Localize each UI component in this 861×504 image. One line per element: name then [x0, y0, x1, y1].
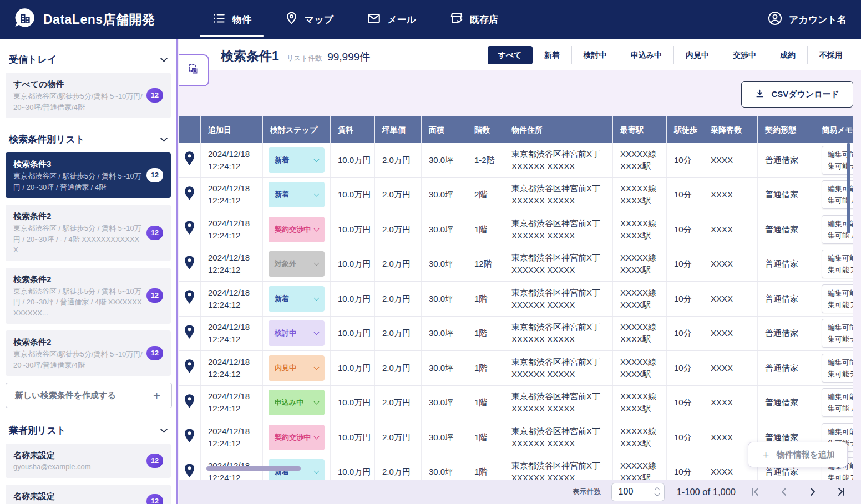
- count-badge: 12: [146, 288, 163, 303]
- status-label: 契約交渉中: [275, 223, 311, 236]
- per-page-input[interactable]: 100: [611, 483, 665, 501]
- filter-tab-considering[interactable]: 検討中: [571, 46, 619, 64]
- memo-field[interactable]: 編集可能テ集可能テキ: [822, 354, 853, 383]
- stepper-arrows-icon[interactable]: [655, 488, 659, 496]
- map-pin-icon[interactable]: [184, 220, 195, 238]
- csv-download-button[interactable]: CSVダウンロード: [741, 81, 853, 108]
- search-condition-list: 検索条件3 東京都渋谷区 / 駅徒歩5分 / 賃料 5~10万円 / 20~30…: [0, 152, 176, 376]
- column-header: 契約形態: [758, 116, 814, 143]
- chevron-down-icon: [314, 434, 320, 439]
- status-dropdown[interactable]: 新着: [269, 286, 325, 312]
- map-pin-icon[interactable]: [184, 463, 195, 480]
- table-row[interactable]: 2024/12/1812:24:12 内見中 10.0万円 2.0万円 30.0…: [179, 351, 853, 386]
- table-row[interactable]: 2024/12/1812:24:12 新着 10.0万円 2.0万円 30.0坪…: [179, 282, 853, 317]
- filter-tab-viewing[interactable]: 内見中: [673, 46, 721, 64]
- first-page-button[interactable]: [746, 482, 764, 501]
- map-pin-icon[interactable]: [184, 359, 195, 377]
- horizontal-scrollbar[interactable]: [206, 466, 301, 471]
- count-badge: 12: [146, 168, 163, 182]
- filter-tab-closed[interactable]: 成約: [768, 46, 807, 64]
- filter-tab-rejected[interactable]: 不採用: [807, 46, 854, 64]
- status-dropdown[interactable]: 新着: [269, 147, 325, 173]
- status-label: 対象外: [275, 258, 296, 270]
- search-lists-header[interactable]: 検索条件別リスト: [0, 125, 176, 152]
- list-item-title: 名称未設定: [13, 490, 143, 502]
- filter-tab-all[interactable]: すべて: [488, 46, 533, 64]
- previous-page-button[interactable]: [774, 482, 793, 501]
- table-row[interactable]: 2024/12/1812:24:12 検討中 10.0万円 2.0万円 30.0…: [179, 317, 853, 352]
- table-row[interactable]: 2024/12/1812:24:12 申込み中 10.0万円 2.0万円 30.…: [179, 386, 853, 421]
- top-navbar: DataLens店舗開発 物件 マップ: [0, 0, 861, 39]
- search-condition-item[interactable]: 検索条件3 東京都渋谷区 / 駅徒歩5分 / 賃料 5~10万円 / 20~30…: [6, 152, 171, 198]
- section-title: 受信トレイ: [9, 53, 57, 66]
- status-dropdown[interactable]: 契約交渉中: [269, 425, 325, 450]
- chevron-down-icon: [314, 261, 320, 266]
- account-menu[interactable]: アカウント名: [767, 0, 847, 39]
- account-name: アカウント名: [789, 13, 847, 26]
- section-title: 検索条件別リスト: [9, 133, 85, 146]
- add-property-button[interactable]: ＋ 物件情報を追加: [748, 442, 848, 467]
- new-search-condition-button[interactable]: 新しい検索条件を作成する ＋: [6, 383, 172, 408]
- map-pin-icon[interactable]: [184, 324, 195, 343]
- table-row[interactable]: 2024/12/1812:24:12 新着 10.0万円 2.0万円 30.0坪…: [179, 178, 853, 213]
- logo-bubble-building-icon: [13, 7, 37, 32]
- column-header: 階数: [467, 116, 504, 143]
- search-condition-item[interactable]: 検索条件2 東京都渋谷区 / 駅徒歩5分 / 賃料 5~10万円 / 20~30…: [6, 268, 171, 324]
- last-page-button[interactable]: [832, 482, 851, 501]
- button-label: CSVダウンロード: [771, 89, 839, 100]
- vendor-list-item[interactable]: 名称未設定 gyousha@example.com 12: [6, 485, 171, 504]
- list-count-label: リスト件数: [287, 54, 322, 63]
- section-title: 業者別リスト: [9, 424, 66, 437]
- map-pin-icon[interactable]: [184, 151, 195, 169]
- vendor-list-item[interactable]: 名称未設定 gyousha@example.com 12: [6, 444, 171, 478]
- column-header: 駅徒歩: [667, 116, 703, 143]
- search-condition-item[interactable]: 検索条件2 東京都渋谷区/駅徒歩5分/賃料 5~10万円/20~30坪/普通借家…: [6, 330, 171, 376]
- collapse-sidebar-button[interactable]: [179, 54, 209, 86]
- nav-tab-mail[interactable]: メール: [350, 0, 433, 39]
- sidebar: 受信トレイ すべての物件 東京都渋谷区/駅徒歩5分/賃料 5~10万円/20~3…: [0, 39, 178, 504]
- status-dropdown[interactable]: 新着: [269, 182, 325, 207]
- memo-field[interactable]: 編集可能テ集可能テキ: [822, 284, 853, 313]
- table-row[interactable]: 2024/12/1812:24:12 対象外 10.0万円 2.0万円 30.0…: [179, 247, 853, 282]
- inbox-section-header[interactable]: 受信トレイ: [0, 45, 176, 73]
- column-header: 最寄駅: [613, 116, 667, 143]
- search-condition-item[interactable]: 検索条件2 東京都渋谷区 / 駅徒歩5分 / 賃料 5~10万円 / 20~30…: [6, 205, 171, 261]
- list-item-title: すべての物件: [13, 78, 143, 90]
- chevron-down-icon: [314, 330, 320, 335]
- chevron-down-icon: [160, 135, 168, 142]
- mail-icon: [367, 11, 381, 28]
- properties-table: 追加日検討ステップ賃料坪単価面積階数物件住所最寄駅駅徒歩乗降客数契約形態簡易メモ…: [179, 116, 853, 480]
- filter-tab-applying[interactable]: 申込み中: [619, 46, 673, 64]
- memo-field[interactable]: 編集可能テ集可能テキ: [822, 250, 853, 278]
- status-dropdown[interactable]: 検討中: [269, 320, 325, 346]
- next-page-button[interactable]: [803, 482, 822, 501]
- map-pin-icon: [285, 11, 298, 28]
- memo-field[interactable]: 編集可能テ集可能テキ: [822, 319, 853, 348]
- table-row[interactable]: 2024/12/1812:24:12 契約交渉中 10.0万円 2.0万円 30…: [179, 212, 853, 247]
- list-item-subtitle: gyousha@example.com: [13, 461, 143, 472]
- status-dropdown[interactable]: 内見中: [269, 355, 325, 381]
- main-content: 検索条件1 リスト件数 99,999件 すべて 新着 検討中 申込み中 内見中 …: [179, 39, 861, 504]
- vertical-scrollbar[interactable]: [847, 143, 850, 233]
- nav-tab-properties[interactable]: 物件: [195, 0, 268, 39]
- filter-tab-new[interactable]: 新着: [533, 46, 571, 64]
- map-pin-icon[interactable]: [184, 289, 195, 308]
- status-dropdown[interactable]: 契約交渉中: [269, 217, 325, 242]
- map-pin-icon[interactable]: [184, 394, 195, 412]
- map-pin-icon[interactable]: [184, 255, 195, 273]
- app-logo: DataLens店舗開発: [13, 7, 155, 32]
- nav-tab-map[interactable]: マップ: [268, 0, 350, 39]
- list-count-value: 99,999件: [327, 50, 370, 64]
- table-row[interactable]: 2024/12/1812:24:12 新着 10.0万円 2.0万円 30.0坪…: [179, 143, 853, 178]
- column-header: 面積: [422, 116, 467, 143]
- status-dropdown[interactable]: 対象外: [269, 251, 325, 277]
- memo-field[interactable]: 編集可能テ集可能テキ: [822, 388, 853, 417]
- map-pin-icon[interactable]: [184, 186, 195, 204]
- filter-tab-negotiating[interactable]: 交渉中: [721, 46, 768, 64]
- vendor-lists-header[interactable]: 業者別リスト: [0, 416, 176, 444]
- status-dropdown[interactable]: 申込み中: [269, 390, 325, 415]
- nav-tab-existing-stores[interactable]: 既存店: [433, 0, 515, 39]
- map-pin-icon[interactable]: [184, 428, 195, 446]
- inbox-item-all-properties[interactable]: すべての物件 東京都渋谷区/駅徒歩5分/賃料 5~10万円/20~30坪/普通借…: [6, 73, 171, 118]
- list-item-subtitle: 東京都渋谷区/駅徒歩5分/賃料 5~10万円/20~30坪/普通借家/4階: [13, 349, 143, 370]
